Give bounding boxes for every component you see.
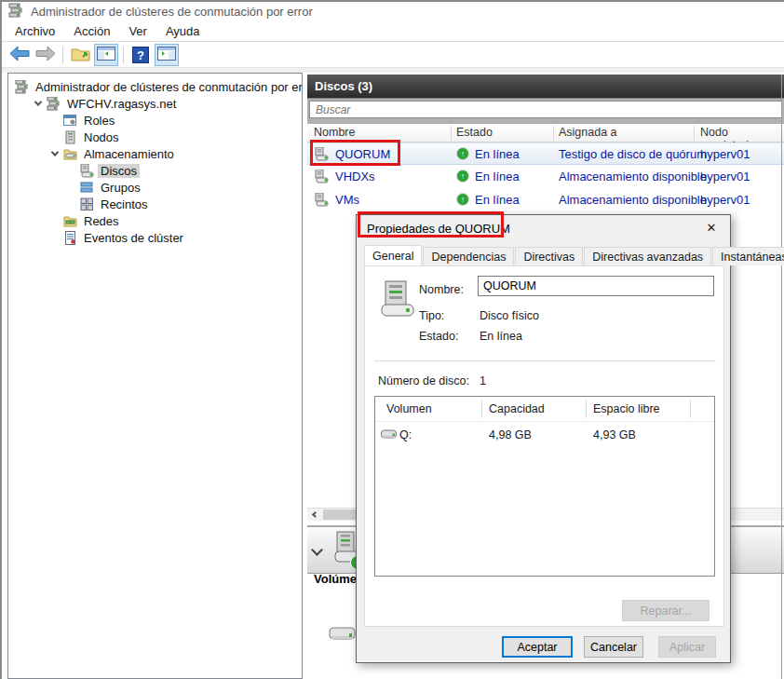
console-tree-pane: Administrador de clústeres de conmutació… [7,73,303,679]
tree-item-label: WFCHV.ragasys.net [64,97,179,111]
cluster-manager-icon [8,3,23,20]
help-icon: ? [132,47,149,63]
export-list-button[interactable] [68,44,92,66]
type-label: Tipo: [419,309,444,322]
action-pane-icon [157,47,176,63]
disk-assigned: Testigo de disco de quórum [559,147,707,161]
column-asignada[interactable]: Asignada a [559,126,617,139]
menu-ayuda[interactable]: Ayuda [156,22,210,40]
tab-dependencias[interactable]: Dependencias [423,247,514,265]
menu-ver[interactable]: Ver [119,22,156,40]
disk-owner: hyperv01 [700,193,750,207]
column-volumen[interactable]: Volumen [386,402,432,415]
dialog-tabs: General Dependencias Directivas Directiv… [364,245,784,265]
column-separator [586,400,587,418]
tab-instantaneas[interactable]: Instantáneas [712,247,784,265]
tree-item-grupos[interactable]: Grupos [8,179,302,196]
chevron-left-icon [312,511,318,518]
menu-accion[interactable]: Acción [64,22,119,40]
tree-item-nodos[interactable]: Nodos [8,129,302,145]
toolbar-separator [62,47,63,63]
menu-archivo[interactable]: Archivo [6,22,64,40]
pools-icon [79,180,94,195]
chevron-down-icon[interactable] [31,101,46,106]
type-value: Disco físico [480,309,539,322]
volume-capacity: 4,98 GB [489,428,532,441]
properties-dialog: Propiedades de QUORUM ✕ General Dependen… [356,214,731,663]
column-nombre[interactable]: Nombre [314,126,355,139]
chevron-down-icon[interactable] [47,151,62,156]
forward-arrow-icon [34,46,57,64]
events-icon [62,230,77,245]
disk-name-input[interactable] [478,276,714,296]
apply-button[interactable]: Aplicar [658,636,716,658]
tree-item-almacenamiento[interactable]: Almacenamiento [8,145,302,162]
column-espacio-libre[interactable]: Espacio libre [593,402,660,415]
status-label: Estado: [419,330,458,343]
tree-item-label: Administrador de clústeres de conmutació… [33,80,303,94]
cluster-icon [46,96,61,111]
search-input[interactable] [309,101,782,118]
volume-free-space: 4,93 GB [593,428,636,441]
column-separator [690,400,691,418]
tab-directivas-avanzadas[interactable]: Directivas avanzadas [584,247,711,265]
tree-item-label: Roles [81,114,117,128]
disk-status: En línea [475,170,520,183]
tree-item-label: Discos [98,164,140,178]
disk-status: En línea [475,193,520,207]
toolbar: ? [2,43,784,67]
general-tab-page: Nombre: Tipo: Disco físico Estado: En lí… [364,265,724,627]
disk-assigned: Almacenamiento disponible [559,170,707,183]
tab-directivas[interactable]: Directivas [515,247,583,265]
column-estado[interactable]: Estado [456,126,493,139]
titlebar: Administrador de clústeres de conmutació… [2,2,784,21]
close-icon[interactable]: ✕ [698,217,724,238]
disks-pane-title: Discos (3) [315,79,372,93]
tree-item-root[interactable]: Administrador de clústeres de conmutació… [8,78,302,95]
tree-item-eventos[interactable]: Eventos de clúster [8,229,302,246]
column-separator [553,126,554,141]
tree-item-recintos[interactable]: Recintos [8,196,302,212]
tree-item-cluster[interactable]: WFCHV.ragasys.net [8,95,302,112]
separator [374,360,716,361]
volume-drive-icon [381,428,398,443]
scroll-left-button[interactable] [307,509,323,521]
tree-item-label: Nodos [81,130,122,144]
tree-item-discos[interactable]: Discos [8,162,302,179]
disk-name: VHDXs [335,170,375,183]
tree-item-label: Eventos de clúster [81,231,186,245]
tab-general[interactable]: General [364,245,422,266]
disk-large-icon [376,279,417,321]
folder-export-icon [71,46,90,64]
volume-letter[interactable]: Q: [399,428,412,441]
column-capacidad[interactable]: Capacidad [489,402,545,415]
show-hide-console-tree-button[interactable] [94,44,118,66]
nodes-icon [62,129,77,144]
tree-item-redes[interactable]: Redes [8,212,302,229]
help-button[interactable]: ? [128,44,153,66]
cancel-button[interactable]: Cancelar [584,636,643,658]
disk-owner: hyperv01 [700,170,750,183]
ok-button[interactable]: Aceptar [502,636,573,658]
repair-button[interactable]: Reparar... [622,600,710,621]
storage-icon [62,146,77,161]
tree-item-label: Grupos [98,181,143,195]
disks-icon [79,163,94,178]
back-button[interactable] [7,44,32,66]
online-status-icon: ↑ [456,193,469,206]
tree-item-label: Recintos [98,197,151,211]
volumes-table: Volumen Capacidad Espacio libre Q: 4,98 … [374,396,715,577]
name-label: Nombre: [419,283,464,296]
header-underline [375,421,714,422]
disk-name: VMs [335,193,359,207]
volume-disk-icon [329,624,357,647]
disk-row-vms[interactable]: VMs ↑ En línea Almacenamiento disponible… [307,189,784,211]
tree-item-roles[interactable]: Roles [8,112,302,129]
disk-row-vhdxs[interactable]: VHDXs ↑ En línea Almacenamiento disponib… [307,166,784,188]
app-window: Administrador de clústeres de conmutació… [0,0,784,679]
show-hide-action-pane-button[interactable] [155,44,179,66]
collapse-chevron-icon[interactable] [311,544,323,556]
disk-number-label: Número de disco: [378,374,469,387]
toolbar-separator [123,47,124,63]
forward-button[interactable] [34,44,58,66]
